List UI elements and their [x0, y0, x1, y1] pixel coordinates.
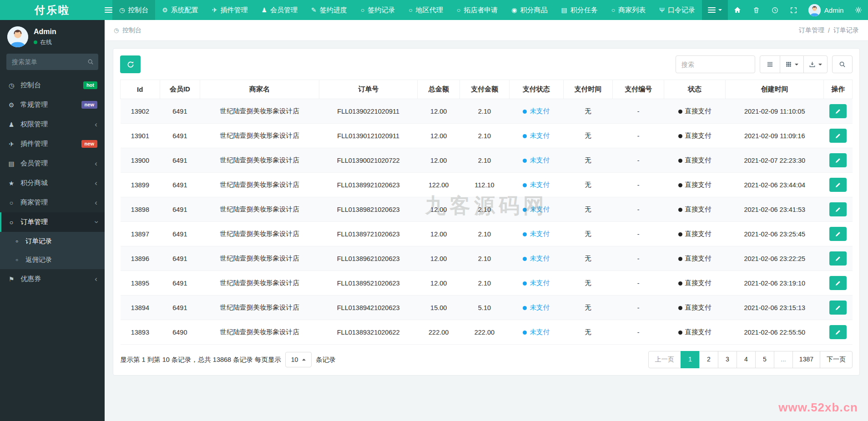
- topnav-item-plugin-manage[interactable]: ✈插件管理: [205, 0, 255, 20]
- cell-total: 12.00: [418, 99, 460, 124]
- cell-pay-status: 未支付: [509, 320, 563, 345]
- advanced-search-button[interactable]: [832, 55, 853, 73]
- status-dot-icon: [678, 331, 682, 335]
- orders-table: Id会员ID商家名订单号总金额支付金额支付状态支付时间支付编号状态创建时间操作 …: [120, 80, 853, 345]
- table-header-row: Id会员ID商家名订单号总金额支付金额支付状态支付时间支付编号状态创建时间操作: [121, 80, 853, 99]
- edit-button[interactable]: [829, 178, 847, 192]
- edit-button[interactable]: [829, 153, 847, 167]
- topnav-item-store-apply[interactable]: ○拓店者申请: [450, 0, 505, 20]
- records-summary: 显示第 1 到第 10 条记录，总共 13868 条记录 每页显示 10 条记录: [120, 352, 336, 367]
- brand-logo: 付乐啦: [0, 0, 105, 20]
- topnav-item-points-task[interactable]: ▤积分任务: [554, 0, 604, 20]
- page-size-select[interactable]: 10: [285, 352, 312, 367]
- sidebar-item-points-mall[interactable]: ★积分商城‹: [0, 173, 105, 193]
- export-button[interactable]: [803, 55, 828, 73]
- unpaid-dot-icon: [523, 208, 527, 212]
- cell-status: 直接支付: [664, 320, 726, 345]
- table-row: 138986491世纪陆壹捌美妆形象设计店FLL0138982102062312…: [121, 197, 853, 222]
- topnav-item-region-agent[interactable]: ○地区代理: [402, 0, 449, 20]
- cell-pay-time: 无: [563, 173, 613, 197]
- table-search-input[interactable]: [676, 55, 755, 73]
- toggle-view-button[interactable]: [760, 55, 780, 73]
- cell-created: 2021-02-06 23:22:25: [726, 246, 824, 271]
- pencil-icon: [835, 231, 841, 237]
- cell-actions: [824, 222, 853, 246]
- edit-button[interactable]: [829, 301, 847, 315]
- clear-cache-button[interactable]: [747, 0, 766, 20]
- cell-order-no: FLL01390121020911: [319, 124, 417, 148]
- page-prev-button[interactable]: 上一页: [648, 351, 681, 368]
- topnav-item-system-config[interactable]: ⚙系统配置: [155, 0, 205, 20]
- cell-merchant: 世纪陆壹捌美妆形象设计店: [200, 148, 319, 173]
- menu-list-icon: [708, 7, 716, 13]
- sidebar-toggle-button[interactable]: [105, 0, 112, 20]
- edit-button[interactable]: [829, 251, 847, 266]
- edit-button[interactable]: [829, 202, 847, 216]
- edit-button[interactable]: [829, 227, 847, 241]
- cell-actions: [824, 173, 853, 197]
- sidebar-item-order[interactable]: ○订单管理‹: [0, 212, 105, 232]
- refresh-button[interactable]: [120, 55, 141, 73]
- topnav-item-sign-records[interactable]: ○签约记录: [354, 0, 402, 20]
- settings-button[interactable]: [849, 0, 868, 20]
- breadcrumb-left: ◷ 控制台: [114, 26, 141, 35]
- plugin-icon: ✈: [7, 140, 15, 148]
- cell-paid: 2.10: [460, 246, 510, 271]
- cell-pay-time: 无: [563, 320, 613, 345]
- cell-pay-no: -: [613, 148, 664, 173]
- sidebar-item-coupon[interactable]: ⚑优惠券‹: [0, 269, 105, 289]
- sidebar-item-merchant[interactable]: ○商家管理‹: [0, 193, 105, 212]
- topnav-item-dashboard[interactable]: ◷控制台: [112, 0, 155, 20]
- page-button-4[interactable]: 4: [737, 351, 756, 368]
- topnav-item-sign-progress[interactable]: ✎签约进度: [304, 0, 354, 20]
- topnav-item-member-manage[interactable]: ♟会员管理: [255, 0, 305, 20]
- page-button-1387[interactable]: 1387: [792, 351, 820, 368]
- columns-button[interactable]: [780, 55, 804, 73]
- edit-button[interactable]: [829, 325, 847, 339]
- cell-order-no: FLL01389821020623: [319, 197, 417, 222]
- cell-pay-time: 无: [563, 296, 613, 320]
- page-button-5[interactable]: 5: [755, 351, 774, 368]
- user-menu[interactable]: Admin: [803, 0, 849, 20]
- cell-merchant: 世纪陆壹捌美妆形象设计店: [200, 222, 319, 246]
- menu-search-button[interactable]: [83, 54, 98, 70]
- breadcrumb-parent[interactable]: 订单管理: [799, 26, 824, 35]
- edit-button[interactable]: [829, 104, 847, 118]
- column-header: 支付状态: [509, 80, 563, 99]
- cell-created: 2021-02-06 23:15:13: [726, 296, 824, 320]
- cell-id: 13898: [121, 197, 160, 222]
- pencil-icon: [835, 256, 841, 262]
- home-button[interactable]: [728, 0, 747, 20]
- cell-order-no: FLL01389321020622: [319, 320, 417, 345]
- cell-merchant: 世纪陆壹捌美妆形象设计店: [200, 296, 319, 320]
- edit-button[interactable]: [829, 129, 847, 143]
- status-dot-icon: [678, 281, 682, 286]
- topnav-item-token-records[interactable]: Ψ口令记录: [652, 0, 702, 20]
- column-header: 订单号: [319, 80, 417, 99]
- breadcrumb-home[interactable]: 控制台: [122, 26, 141, 35]
- cell-total: 122.00: [418, 173, 460, 197]
- sidebar-item-rebate-records[interactable]: ○返佣记录: [0, 251, 105, 269]
- history-button[interactable]: [766, 0, 784, 20]
- edit-button[interactable]: [829, 276, 847, 290]
- cell-status: 直接支付: [664, 124, 726, 148]
- sidebar-item-auth[interactable]: ♟权限管理‹: [0, 115, 105, 134]
- nav-menu-dropdown-button[interactable]: [702, 0, 728, 20]
- sidebar-item-general[interactable]: ⚙常规管理new: [0, 95, 105, 115]
- topnav-item-points-goods[interactable]: ◉积分商品: [505, 0, 554, 20]
- topnav-item-merchant-list[interactable]: ○商家列表: [605, 0, 652, 20]
- page-button-2[interactable]: 2: [699, 351, 718, 368]
- unpaid-dot-icon: [523, 306, 527, 310]
- topnav-menu: ◷控制台⚙系统配置✈插件管理♟会员管理✎签约进度○签约记录○地区代理○拓店者申请…: [112, 0, 702, 20]
- sidebar-item-dashboard[interactable]: ◷控制台hot: [0, 75, 105, 95]
- sidebar-item-order-records[interactable]: ○订单记录: [0, 232, 105, 251]
- page-button-1[interactable]: 1: [681, 351, 700, 368]
- sidebar-item-addon[interactable]: ✈插件管理new: [0, 134, 105, 154]
- cell-member-id: 6491: [160, 173, 200, 197]
- page-next-button[interactable]: 下一页: [820, 351, 853, 368]
- fullscreen-button[interactable]: [784, 0, 803, 20]
- page-button-3[interactable]: 3: [718, 351, 737, 368]
- chevron-left-icon: ‹: [95, 275, 97, 283]
- sidebar-item-member[interactable]: ▤会员管理‹: [0, 154, 105, 173]
- cell-status: 直接支付: [664, 197, 726, 222]
